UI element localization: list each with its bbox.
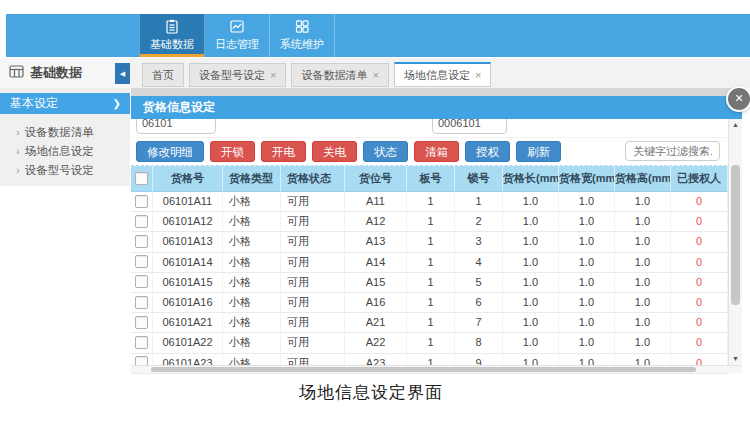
- table-cell: 0: [671, 293, 728, 312]
- top-nav-items: 基础数据 日志管理 系统维护: [139, 14, 335, 57]
- table-cell: 0: [671, 313, 728, 332]
- vertical-scroll-thumb[interactable]: [731, 165, 740, 305]
- table-row[interactable]: 06101A13小格可用A13131.01.01.00: [131, 232, 728, 252]
- sidebar-menu-item[interactable]: ›场地信息设定: [0, 142, 130, 161]
- table-cell: 小格: [223, 212, 281, 231]
- table-row[interactable]: 06101A21小格可用A21171.01.01.00: [131, 313, 728, 333]
- toolbar-button[interactable]: 开锁: [210, 141, 255, 162]
- table-cell: A16: [345, 293, 407, 312]
- nav-item-basic-data[interactable]: 基础数据: [139, 14, 205, 57]
- toolbar-button[interactable]: 修改明细: [136, 141, 204, 162]
- table-cell: A14: [345, 253, 407, 272]
- table-cell: 1: [407, 293, 455, 312]
- keyword-filter-search-input[interactable]: [625, 141, 720, 161]
- toolbar-button[interactable]: 关电: [312, 141, 357, 162]
- tab-close-icon[interactable]: ×: [270, 69, 276, 81]
- row-checkbox[interactable]: [135, 195, 148, 208]
- row-checkbox[interactable]: [135, 336, 148, 349]
- table-cell: 1.0: [503, 273, 559, 292]
- tab-close-icon[interactable]: ×: [372, 69, 378, 81]
- grid-icon: [294, 19, 310, 34]
- table-row[interactable]: 06101A12小格可用A12121.01.01.00: [131, 212, 728, 232]
- table-cell: 1.0: [615, 293, 671, 312]
- page-caption: 场地信息设定界面: [0, 381, 742, 404]
- row-checkbox[interactable]: [135, 215, 148, 228]
- tab-close-icon[interactable]: ×: [475, 69, 481, 81]
- row-checkbox[interactable]: [135, 235, 148, 248]
- tab[interactable]: 设备数据清单×: [291, 63, 388, 87]
- table-cell: 1.0: [559, 232, 615, 251]
- column-header: 货格宽(mm): [559, 166, 615, 191]
- sidebar-menu-item[interactable]: ›设备型号设定: [0, 161, 130, 180]
- table-cell: 1.0: [503, 212, 559, 231]
- toolbar-button[interactable]: 授权: [465, 141, 510, 162]
- row-checkbox-cell: [131, 293, 153, 312]
- toolbar-button[interactable]: 清箱: [414, 141, 459, 162]
- table-cell: 1.0: [559, 293, 615, 312]
- table-cell: 1.0: [503, 293, 559, 312]
- sidebar-collapse-icon[interactable]: ◀: [115, 63, 130, 84]
- toolbar: 修改明细开锁开电关电状态清箱授权刷新: [131, 138, 742, 166]
- column-header: 货位号: [345, 166, 407, 191]
- panel-header: 货格信息设定: [131, 96, 742, 119]
- table-cell: 1.0: [503, 192, 559, 211]
- vertical-scrollbar[interactable]: ▲ ▼: [728, 119, 742, 365]
- tab-label: 首页: [152, 68, 174, 83]
- table-cell: 1.0: [615, 212, 671, 231]
- select-all-checkbox[interactable]: [135, 172, 148, 185]
- table-cell: 0: [671, 273, 728, 292]
- table-cell: 1: [407, 273, 455, 292]
- sidebar-item-label: 场地信息设定: [25, 145, 94, 157]
- horizontal-scrollbar[interactable]: [131, 365, 742, 373]
- nav-item-log-management[interactable]: 日志管理: [205, 14, 270, 57]
- sidebar-section-basic-settings[interactable]: 基本设定 ❯: [0, 93, 130, 114]
- table-cell: 06101A15: [153, 273, 223, 292]
- horizontal-scroll-thumb[interactable]: [151, 367, 696, 372]
- table-cell: 1.0: [615, 313, 671, 332]
- nav-item-label: 基础数据: [150, 37, 194, 52]
- row-checkbox[interactable]: [135, 275, 148, 288]
- sidebar-menu-item[interactable]: ›设备数据清单: [0, 123, 130, 142]
- table-row[interactable]: 06101A22小格可用A22181.01.01.00: [131, 333, 728, 353]
- nav-item-label: 日志管理: [215, 37, 259, 52]
- table-cell: 06101A14: [153, 253, 223, 272]
- table-cell: 可用: [281, 232, 345, 251]
- table-cell: 1.0: [503, 333, 559, 352]
- row-checkbox-cell: [131, 273, 153, 292]
- table-cell: 7: [455, 313, 503, 332]
- table-cell: 1.0: [559, 253, 615, 272]
- table-cell: 小格: [223, 253, 281, 272]
- close-icon[interactable]: ×: [726, 86, 750, 112]
- table-cell: 0: [671, 212, 728, 231]
- table-cell: 1: [407, 333, 455, 352]
- tab[interactable]: 场地信息设定×: [394, 62, 491, 87]
- panel-body: 修改明细开锁开电关电状态清箱授权刷新 货格号货格类型货格状态货位号板号锁号货格长…: [131, 119, 742, 373]
- device-code-input[interactable]: [136, 119, 216, 134]
- table-cell: 小格: [223, 333, 281, 352]
- table-cell: 06101A22: [153, 333, 223, 352]
- table-cell: 1.0: [559, 313, 615, 332]
- toolbar-button[interactable]: 开电: [261, 141, 306, 162]
- table-cell: 3: [455, 232, 503, 251]
- row-checkbox[interactable]: [135, 316, 148, 329]
- log-chart-icon: [229, 19, 245, 34]
- table-row[interactable]: 06101A15小格可用A15151.01.01.00: [131, 273, 728, 293]
- table-row[interactable]: 06101A11小格可用A11111.01.01.00: [131, 192, 728, 212]
- site-code-input[interactable]: [432, 119, 507, 134]
- sidebar: 基础数据 ◀ 基本设定 ❯ ›设备数据清单›场地信息设定›设备型号设定: [0, 58, 130, 186]
- top-navbar: 基础数据 日志管理 系统维护: [6, 14, 750, 57]
- table-row[interactable]: 06101A14小格可用A14141.01.01.00: [131, 253, 728, 273]
- tab-label: 场地信息设定: [404, 68, 470, 83]
- tab[interactable]: 设备型号设定×: [189, 63, 286, 87]
- table-row[interactable]: 06101A16小格可用A16161.01.01.00: [131, 293, 728, 313]
- row-checkbox[interactable]: [135, 255, 148, 268]
- scroll-down-icon[interactable]: ▼: [729, 353, 742, 365]
- row-checkbox[interactable]: [135, 296, 148, 309]
- tab[interactable]: 首页: [142, 63, 184, 87]
- toolbar-button[interactable]: 刷新: [516, 141, 561, 162]
- nav-item-system-maintenance[interactable]: 系统维护: [270, 14, 335, 57]
- table-cell: 可用: [281, 192, 345, 211]
- toolbar-button[interactable]: 状态: [363, 141, 408, 162]
- scroll-up-icon[interactable]: ▲: [729, 119, 742, 131]
- row-checkbox-cell: [131, 232, 153, 251]
